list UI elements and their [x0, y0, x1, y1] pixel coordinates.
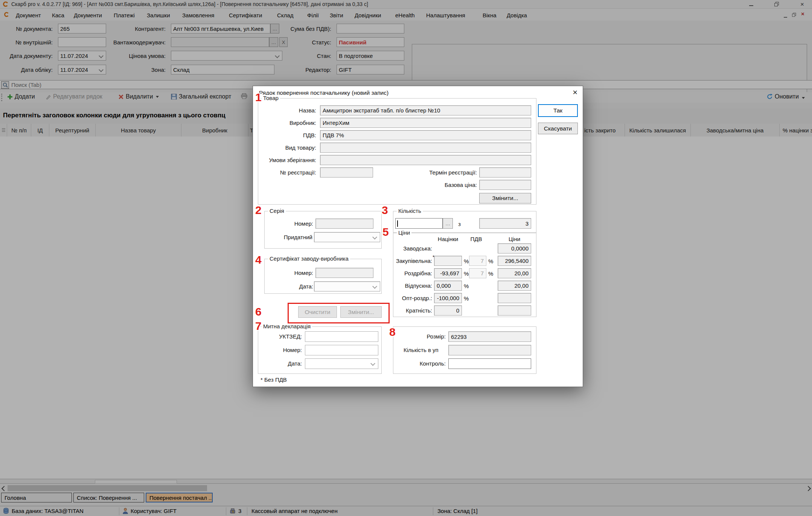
product-base-price-label: Базова ціна: [400, 182, 477, 188]
certificate-date-combo[interactable] [314, 281, 380, 291]
annotation-6: 6 [255, 306, 262, 317]
product-vat-field[interactable]: ПДВ 7% [320, 130, 531, 140]
series-number-field[interactable] [315, 219, 373, 229]
product-change-button[interactable]: Змінити... [479, 193, 531, 203]
retail-vat-field: 7 [469, 268, 486, 278]
annotation-7: 7 [255, 320, 262, 332]
price-row-label: Опт-роздр.: [393, 295, 432, 301]
multiplicity-price-field [498, 305, 531, 316]
product-name-label: Назва: [260, 107, 316, 114]
percent-sign: % [464, 258, 469, 264]
size-label: Розмір: [404, 333, 446, 340]
customs-date-label: Дата: [260, 360, 302, 367]
selling-price-field: 20,00 [498, 281, 531, 291]
series-group: Серія [264, 211, 382, 249]
quantity-of-label: з [458, 221, 464, 227]
product-reg-field[interactable] [320, 167, 373, 178]
retail-markup-field[interactable]: -93,697 [434, 268, 462, 278]
customs-group-label: Митна декларація [262, 323, 312, 329]
prices-group-label: Ціни [397, 229, 411, 236]
retail-price-field: 20,00 [498, 268, 531, 278]
customs-number-label: Номер: [260, 347, 302, 353]
opt-retail-price-field [498, 293, 531, 303]
annotation-1: 1 [255, 92, 262, 103]
series-number-label: Номер: [276, 220, 313, 227]
uktzed-label: УКТЗЕД: [260, 333, 302, 340]
certificate-group-label: Сертифікат заводу-виробника [268, 255, 350, 262]
control-label: Контроль: [404, 360, 446, 367]
vat-column-header: ПДВ [466, 236, 486, 242]
product-storage-label: Умови зберігання: [260, 157, 316, 163]
certificate-date-label: Дата: [276, 283, 313, 290]
purchase-vat-field: 7 [469, 256, 486, 266]
annotation-box-6 [288, 303, 390, 323]
chevron-down-icon [372, 284, 377, 289]
dialog-close-icon[interactable]: × [573, 88, 577, 97]
certificate-number-label: Номер: [276, 270, 313, 276]
quantity-total-field: 3 [479, 218, 531, 229]
uktzed-field[interactable] [305, 331, 378, 342]
product-storage-field[interactable] [320, 155, 531, 165]
product-base-price-field[interactable] [479, 180, 531, 190]
annotation-4: 4 [255, 254, 262, 266]
size-field[interactable]: 62293 [448, 331, 531, 342]
application-window: Скарб pro v. 4.0.2.77 [ІД: 969] - [Апт №… [0, 0, 812, 516]
percent-sign: % [464, 295, 469, 302]
chevron-down-icon [372, 235, 377, 240]
purchase-markup-field[interactable] [434, 256, 462, 266]
percent-sign: % [464, 270, 469, 277]
multiplicity-field[interactable]: 0 [434, 305, 462, 316]
percent-sign: % [488, 270, 493, 277]
price-row-label: Роздрібна: [393, 270, 432, 276]
series-fit-combo[interactable] [314, 232, 380, 242]
qty-in-pack-label: Кількість в уп [404, 347, 448, 353]
quantity-browse-button[interactable]: … [443, 218, 453, 229]
price-row-label: Закупівельна: [393, 258, 432, 264]
text-caret [397, 220, 398, 227]
annotation-5: 5 [382, 226, 389, 238]
quantity-input[interactable] [395, 218, 443, 229]
markup-column-header: Націнки [434, 236, 462, 242]
factory-price-field: 0,0000 [498, 243, 531, 253]
series-group-label: Серія [268, 208, 286, 214]
cancel-button[interactable]: Скасувати [538, 123, 578, 134]
selling-markup-field[interactable]: 0,000 [434, 281, 462, 291]
series-fit-label: Придатний [268, 234, 312, 240]
product-manufacturer-field[interactable]: ИнтерХим [320, 118, 531, 128]
product-vat-label: ПДВ: [260, 132, 316, 138]
purchase-price-field: 296,5400 [498, 256, 531, 266]
price-column-header: Ціни [498, 236, 531, 242]
control-field[interactable] [448, 358, 531, 369]
chevron-down-icon [370, 361, 375, 366]
price-row-label: Заводська: [393, 245, 432, 252]
ok-button[interactable]: Так [538, 104, 578, 117]
qty-in-pack-field[interactable] [448, 345, 531, 355]
quantity-group-label: Кількість [397, 208, 423, 214]
annotation-3: 3 [382, 205, 388, 216]
percent-sign: % [464, 283, 469, 289]
customs-number-field[interactable] [305, 345, 378, 355]
product-term-label: Термін реєстрації: [400, 169, 477, 176]
annotation-2: 2 [255, 205, 262, 216]
product-kind-label: Вид товару: [260, 144, 316, 151]
opt-retail-markup-field[interactable]: -100,000 [434, 293, 462, 303]
product-name-field[interactable]: Амицитрон экстратаб табл. п/о блистер №1… [320, 105, 531, 115]
footnote: * Без ПДВ [261, 376, 306, 383]
percent-sign: % [488, 258, 493, 264]
annotation-8: 8 [389, 326, 396, 338]
price-row-label: Кратність: [393, 307, 432, 314]
certificate-number-field[interactable] [315, 268, 373, 278]
product-kind-field[interactable] [320, 143, 531, 153]
product-manufacturer-label: Виробник: [260, 120, 316, 126]
customs-date-combo[interactable] [305, 358, 378, 369]
price-row-label: Відпускна: [393, 282, 432, 289]
return-row-dialog: Рядок повернення постачальнику (новий за… [253, 86, 583, 387]
product-reg-label: № реєстрації: [260, 169, 316, 176]
product-term-field[interactable] [479, 167, 531, 178]
product-group-label: Товар [262, 95, 280, 101]
